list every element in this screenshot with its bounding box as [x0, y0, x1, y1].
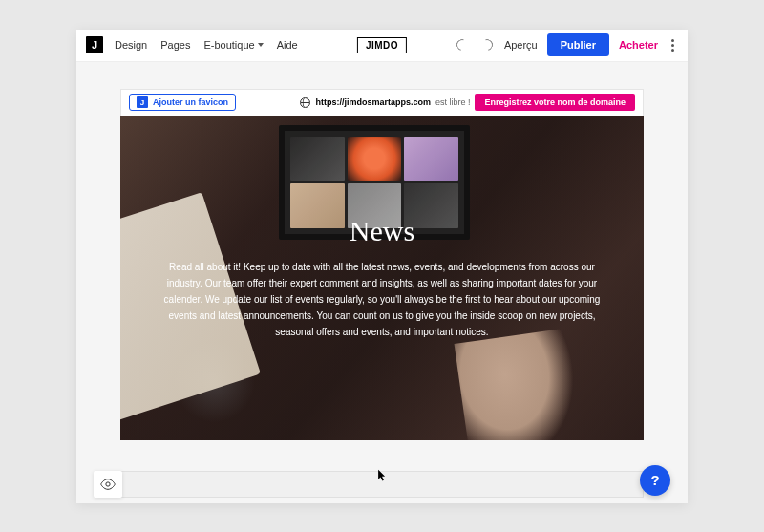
jimdo-logo-icon[interactable]: J	[86, 36, 103, 53]
preview-link[interactable]: Aperçu	[504, 39, 538, 51]
eye-icon	[100, 479, 116, 490]
nav-pages[interactable]: Pages	[160, 39, 190, 51]
favicon-j-icon: J	[137, 96, 148, 108]
domain-url: https://jimdosmartapps.com	[315, 97, 431, 107]
svg-point-0	[106, 481, 110, 485]
help-button[interactable]: ?	[640, 465, 670, 496]
nav-aide[interactable]: Aide	[277, 39, 298, 51]
brand-label: JIMDO	[357, 37, 407, 53]
hero-body-text[interactable]: Read all about it! Keep up to date with …	[162, 259, 602, 340]
hero-section[interactable]: News Read all about it! Keep up to date …	[120, 116, 644, 440]
nav-eboutique-label: E-boutique	[203, 39, 254, 51]
domain-bar: J Ajouter un favicon https://jimdosmarta…	[120, 89, 644, 116]
nav-eboutique[interactable]: E-boutique	[203, 39, 263, 51]
publish-button[interactable]: Publier	[547, 33, 609, 56]
globe-icon	[300, 97, 310, 108]
topbar: J Design Pages E-boutique Aide JIMDO Ape…	[76, 30, 688, 62]
add-favicon-label: Ajouter un favicon	[153, 97, 228, 107]
chevron-down-icon	[258, 43, 264, 47]
add-favicon-button[interactable]: J Ajouter un favicon	[129, 94, 236, 111]
redo-button[interactable]	[479, 37, 495, 53]
hero-bg-hand	[455, 328, 585, 440]
hero-title[interactable]: News	[350, 215, 414, 247]
app-window: J Design Pages E-boutique Aide JIMDO Ape…	[76, 30, 688, 503]
redo-icon	[479, 37, 495, 53]
undo-button[interactable]	[455, 37, 470, 53]
more-menu-button[interactable]	[668, 35, 678, 55]
visibility-toggle-button[interactable]	[94, 471, 122, 498]
topbar-right: Aperçu Publier Acheter	[455, 33, 678, 56]
buy-link[interactable]: Acheter	[619, 39, 658, 51]
register-domain-button[interactable]: Enregistrez votre nom de domaine	[475, 94, 635, 111]
cursor-icon	[377, 469, 387, 486]
nav-design[interactable]: Design	[115, 39, 147, 51]
domain-free-label: est libre !	[435, 97, 471, 107]
domain-info: https://jimdosmartapps.com est libre ! E…	[300, 94, 635, 111]
editor-canvas: J Ajouter un favicon https://jimdosmarta…	[76, 62, 688, 503]
undo-icon	[455, 37, 470, 53]
